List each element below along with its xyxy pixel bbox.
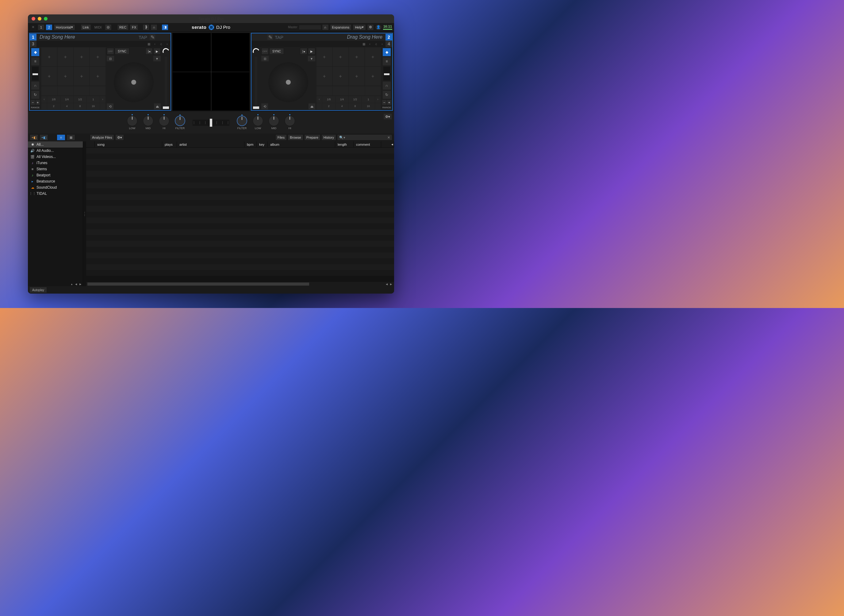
column-header-artist[interactable]: artist bbox=[177, 141, 245, 147]
scroll-right-icon[interactable]: ▶ bbox=[79, 283, 82, 286]
minimize-icon[interactable] bbox=[38, 17, 41, 21]
midi-button[interactable]: MIDI bbox=[92, 24, 104, 30]
track-row[interactable] bbox=[86, 159, 394, 165]
hi-knob[interactable] bbox=[159, 116, 169, 126]
keylock-icon[interactable]: ↻ bbox=[383, 91, 391, 99]
loop-button[interactable]: 1/8 bbox=[322, 96, 335, 103]
filter-knob[interactable] bbox=[175, 116, 185, 126]
scroll-left-icon[interactable]: ◀ bbox=[385, 283, 388, 286]
sync-button[interactable]: SYNC bbox=[269, 48, 284, 54]
hotcue-pad[interactable]: + bbox=[90, 67, 106, 86]
track-row[interactable] bbox=[86, 183, 394, 188]
track-row[interactable] bbox=[86, 217, 394, 223]
loop-button[interactable]: 2 bbox=[322, 103, 335, 110]
censor-icon[interactable]: ⟲ bbox=[261, 103, 268, 110]
track-row[interactable] bbox=[86, 153, 394, 159]
eject-icon[interactable]: ⏏ bbox=[309, 103, 315, 110]
autoloop-slot[interactable] bbox=[316, 86, 333, 95]
range-label[interactable]: RANGE bbox=[31, 106, 40, 109]
cue-marker-icon[interactable]: ◆ bbox=[383, 48, 391, 56]
shield-icon[interactable]: ◎ bbox=[105, 24, 111, 30]
pitch-slider[interactable] bbox=[32, 67, 39, 81]
headphone-cue-icon[interactable]: ∩ bbox=[383, 82, 391, 89]
skip-back-icon[interactable]: |◂ bbox=[145, 48, 153, 54]
loop-prev-icon[interactable]: ‹ bbox=[41, 96, 47, 103]
pitch-minus[interactable]: − bbox=[382, 100, 387, 105]
range-label[interactable]: RANGE bbox=[382, 106, 391, 109]
track-row[interactable] bbox=[86, 165, 394, 171]
hotcue-pad[interactable]: + bbox=[333, 48, 349, 66]
loop-button[interactable]: 4 bbox=[60, 103, 73, 110]
list-icon[interactable]: ≡ bbox=[31, 57, 39, 65]
headphone-cue-icon[interactable]: ∩ bbox=[31, 82, 39, 89]
music-icon[interactable]: ♫ bbox=[373, 41, 379, 47]
hotcue-pad[interactable]: + bbox=[58, 48, 73, 66]
grid-icon[interactable]: ▦ bbox=[361, 41, 366, 47]
hotcue-pad[interactable]: + bbox=[74, 67, 89, 86]
loop-button[interactable]: 8 bbox=[73, 103, 86, 110]
loop-button[interactable]: 8 bbox=[349, 103, 362, 110]
hi-knob[interactable] bbox=[284, 116, 295, 126]
tap-button[interactable]: TAP bbox=[139, 35, 149, 40]
add-smart-crate-icon[interactable]: +◧ bbox=[40, 134, 48, 141]
slip-icon[interactable]: ⊟ bbox=[107, 56, 114, 62]
waveform-overview-bottom[interactable] bbox=[173, 72, 249, 111]
loop-button[interactable]: 16 bbox=[87, 103, 100, 110]
autoloop-slot[interactable] bbox=[58, 86, 73, 95]
tap-button[interactable]: TAP bbox=[273, 35, 285, 40]
loop-button[interactable]: 1/4 bbox=[60, 96, 73, 103]
play-icon[interactable]: ▶ bbox=[308, 48, 315, 54]
tab-history[interactable]: History bbox=[321, 134, 336, 141]
column-header-bpm[interactable]: bpm bbox=[245, 141, 257, 147]
dropdown-icon[interactable]: ▼ bbox=[153, 56, 161, 62]
panel-resize-handle[interactable]: ⋮ bbox=[83, 141, 86, 286]
hotcue-pad[interactable]: + bbox=[58, 67, 73, 86]
settings-icon[interactable]: ⚙ bbox=[367, 24, 374, 30]
beat-jump-icon[interactable]: ◨ bbox=[162, 24, 169, 30]
track-row[interactable] bbox=[86, 223, 394, 229]
censor-icon[interactable]: ⟲ bbox=[107, 103, 113, 110]
channel-fader[interactable] bbox=[163, 106, 169, 109]
track-row[interactable] bbox=[86, 206, 394, 212]
hotcue-pad[interactable]: + bbox=[365, 67, 381, 86]
add-crate-icon[interactable]: +◧ bbox=[30, 134, 38, 141]
horizontal-scrollbar[interactable]: ◀ ▶ bbox=[86, 282, 394, 286]
track-row[interactable] bbox=[86, 148, 394, 153]
column-header-index[interactable] bbox=[86, 141, 95, 147]
track-row[interactable] bbox=[86, 252, 394, 258]
view-list-icon[interactable]: ≡ bbox=[57, 134, 65, 141]
layout-dropdown[interactable]: Horizontal ▾ bbox=[54, 24, 75, 30]
track-row[interactable] bbox=[86, 270, 394, 276]
deck-4-number[interactable]: 4 bbox=[385, 41, 392, 47]
sync-off-button[interactable]: OFF bbox=[261, 48, 269, 54]
loop-button[interactable]: 1 bbox=[362, 96, 375, 103]
search-input[interactable]: 🔍▾ ✕ bbox=[337, 134, 392, 141]
crate-item-soundcloud[interactable]: ☁SoundCloud bbox=[28, 184, 83, 191]
loop-button[interactable]: 1/2 bbox=[349, 96, 362, 103]
mixer-settings-icon[interactable]: ⚙▾ bbox=[384, 114, 392, 119]
loop-next-icon[interactable]: › bbox=[375, 96, 381, 103]
low-knob[interactable] bbox=[253, 116, 263, 126]
column-header-length[interactable]: length bbox=[335, 141, 354, 147]
track-row[interactable] bbox=[86, 229, 394, 235]
pitch-slider[interactable] bbox=[383, 67, 390, 81]
view-grid-icon[interactable]: ⊞ bbox=[67, 134, 75, 141]
mid-knob[interactable] bbox=[143, 116, 153, 126]
low-knob[interactable] bbox=[127, 116, 138, 126]
prev-icon[interactable]: ‹ bbox=[367, 41, 373, 47]
scroll-up-icon[interactable]: ▲ bbox=[70, 283, 73, 286]
autoloop-slot[interactable] bbox=[333, 86, 349, 95]
expansions-button[interactable]: Expansions bbox=[330, 24, 352, 30]
headphone-icon[interactable]: ∩ bbox=[151, 24, 157, 30]
analyze-settings-icon[interactable]: ⚙▾ bbox=[115, 134, 124, 141]
edit-grid-icon[interactable]: ✎ bbox=[149, 34, 155, 40]
jog-wheel[interactable] bbox=[114, 62, 154, 102]
track-row[interactable] bbox=[86, 246, 394, 252]
loop-button[interactable]: 16 bbox=[362, 103, 375, 110]
hotcue-pad[interactable]: + bbox=[349, 48, 365, 66]
keylock-icon[interactable]: ↻ bbox=[31, 91, 39, 99]
track-row[interactable] bbox=[86, 200, 394, 206]
loop-button[interactable]: 1/8 bbox=[47, 96, 60, 103]
sampler-icon[interactable]: ┣ bbox=[143, 24, 149, 30]
pitch-plus[interactable]: + bbox=[35, 100, 40, 105]
